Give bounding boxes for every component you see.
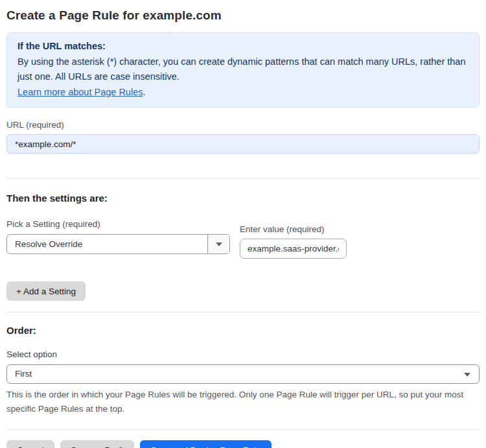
value-field-label: Enter value (required) (240, 224, 347, 234)
learn-more-link[interactable]: Learn more about Page Rules (17, 87, 143, 97)
url-input[interactable] (6, 134, 480, 154)
divider (6, 429, 480, 430)
url-match-info-box: If the URL matches: By using the asteris… (6, 32, 480, 108)
setting-row: Pick a Setting (required) Resolve Overri… (6, 219, 480, 259)
setting-select-label: Pick a Setting (required) (6, 219, 230, 229)
info-box-body: By using the asterisk (*) character, you… (17, 54, 469, 85)
form-actions: Cancel Save as Draft Save and Deploy Pag… (6, 440, 480, 448)
order-select[interactable]: First (6, 364, 480, 384)
setting-select-value: Resolve Override (7, 235, 207, 253)
save-and-deploy-button[interactable]: Save and Deploy Page Rule (140, 440, 272, 448)
order-select-value: First (15, 369, 32, 379)
chevron-down-icon (464, 373, 470, 377)
setting-select-arrow-button[interactable] (207, 235, 229, 253)
setting-select[interactable]: Resolve Override (6, 234, 230, 254)
link-suffix: . (143, 87, 145, 97)
order-section-heading: Order: (6, 325, 480, 336)
cancel-button[interactable]: Cancel (6, 440, 54, 448)
info-box-heading: If the URL matches: (17, 39, 469, 54)
settings-section-heading: Then the settings are: (6, 193, 480, 204)
order-help-text: This is the order in which your Page Rul… (6, 388, 480, 416)
add-setting-button[interactable]: + Add a Setting (6, 281, 86, 301)
create-page-rule-form: Create a Page Rule for example.com If th… (0, 8, 486, 448)
setting-value-column: Enter value (required) (240, 224, 347, 259)
chevron-down-icon (216, 242, 222, 246)
divider (6, 312, 480, 312)
info-box-link-line: Learn more about Page Rules. (17, 85, 469, 100)
divider (6, 178, 480, 179)
setting-select-column: Pick a Setting (required) Resolve Overri… (6, 219, 230, 259)
page-title: Create a Page Rule for example.com (6, 8, 480, 23)
save-as-draft-button[interactable]: Save as Draft (60, 440, 134, 448)
url-field-label: URL (required) (6, 120, 480, 130)
order-select-label: Select option (6, 349, 480, 359)
setting-value-input[interactable] (240, 239, 347, 259)
